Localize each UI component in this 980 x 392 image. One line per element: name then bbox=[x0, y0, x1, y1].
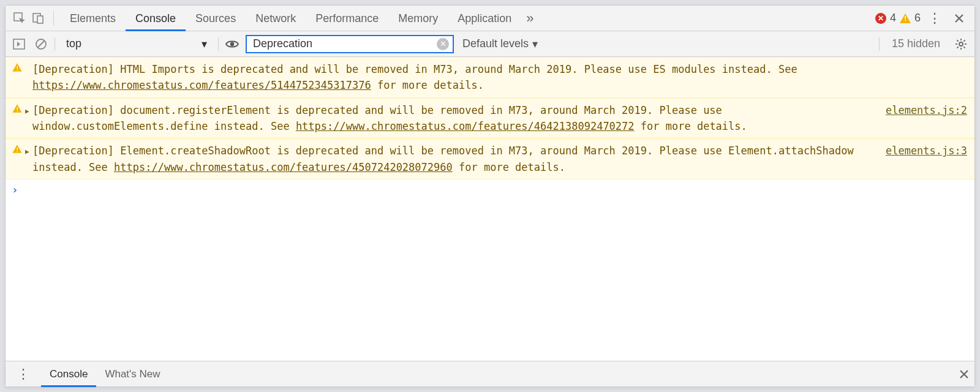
warning-icon bbox=[12, 63, 21, 72]
warning-count: 6 bbox=[914, 12, 921, 24]
tabs-bar: ElementsConsoleSourcesNetworkPerformance… bbox=[6, 6, 974, 31]
message-link[interactable]: https://www.chromestatus.com/features/45… bbox=[114, 161, 453, 173]
console-body: [Deprecation] HTML Imports is deprecated… bbox=[6, 57, 974, 361]
chevron-down-icon: ▾ bbox=[202, 37, 207, 51]
toggle-sidebar-icon[interactable] bbox=[10, 36, 28, 53]
message-link[interactable]: https://www.chromestatus.com/features/51… bbox=[32, 79, 371, 91]
tab-performance[interactable]: Performance bbox=[306, 6, 388, 31]
source-link[interactable]: elements.js:2 bbox=[876, 102, 967, 135]
error-badge-icon: ✕ bbox=[875, 13, 886, 24]
kebab-menu-icon[interactable]: ⋮ bbox=[921, 10, 949, 26]
filter-input[interactable] bbox=[253, 37, 437, 50]
console-message: [Deprecation] document.registerElement i… bbox=[32, 102, 876, 135]
log-levels-label: Default levels bbox=[462, 37, 529, 50]
close-icon[interactable] bbox=[949, 13, 970, 24]
hidden-messages-label[interactable]: 15 hidden bbox=[884, 37, 948, 50]
expand-arrow-icon[interactable]: ▶ bbox=[25, 104, 29, 116]
issue-counters[interactable]: ✕ 4 6 bbox=[875, 12, 921, 24]
warning-icon bbox=[12, 145, 21, 154]
device-toolbar-icon[interactable] bbox=[29, 9, 47, 28]
error-count: 4 bbox=[890, 12, 896, 24]
clear-filter-icon[interactable]: ✕ bbox=[437, 38, 449, 50]
tab-console[interactable]: Console bbox=[126, 6, 186, 31]
console-message: [Deprecation] Element.createShadowRoot i… bbox=[32, 143, 876, 175]
svg-point-6 bbox=[230, 42, 234, 45]
filter-input-wrap: ✕ bbox=[246, 35, 454, 53]
context-label: top bbox=[66, 37, 81, 50]
chevron-down-icon: ▾ bbox=[532, 37, 538, 51]
svg-line-14 bbox=[957, 47, 959, 48]
log-levels-selector[interactable]: Default levels ▾ bbox=[459, 37, 541, 51]
console-entry: [Deprecation] HTML Imports is deprecated… bbox=[6, 57, 974, 98]
tab-memory[interactable]: Memory bbox=[388, 6, 448, 31]
console-entry: ▶[Deprecation] Element.createShadowRoot … bbox=[6, 138, 974, 179]
tabs-overflow-icon[interactable]: » bbox=[521, 10, 538, 26]
drawer-menu-icon[interactable]: ⋮ bbox=[10, 366, 36, 382]
expand-arrow-icon[interactable]: ▶ bbox=[25, 144, 29, 157]
svg-line-13 bbox=[963, 47, 965, 48]
drawer-close-icon[interactable] bbox=[959, 369, 970, 380]
svg-point-7 bbox=[959, 42, 963, 46]
source-link[interactable]: elements.js:3 bbox=[876, 143, 967, 175]
svg-line-15 bbox=[963, 40, 965, 41]
console-toolbar: top ▾ ✕ Default levels ▾ 15 hidden bbox=[6, 31, 974, 57]
warning-icon bbox=[12, 104, 21, 113]
warning-badge-icon bbox=[900, 13, 911, 23]
console-entry: ▶[Deprecation] document.registerElement … bbox=[6, 98, 974, 139]
console-message: [Deprecation] HTML Imports is deprecated… bbox=[32, 61, 967, 94]
inspect-element-icon[interactable] bbox=[10, 9, 29, 28]
clear-console-icon[interactable] bbox=[32, 36, 50, 53]
console-prompt[interactable]: › bbox=[6, 179, 974, 200]
tab-sources[interactable]: Sources bbox=[186, 6, 246, 31]
tab-network[interactable]: Network bbox=[246, 6, 306, 31]
drawer-tab-console[interactable]: Console bbox=[41, 361, 96, 387]
live-expression-icon[interactable] bbox=[224, 36, 241, 53]
prompt-chevron-icon: › bbox=[12, 183, 18, 196]
svg-rect-2 bbox=[37, 16, 43, 23]
svg-line-12 bbox=[957, 40, 959, 41]
tab-elements[interactable]: Elements bbox=[60, 6, 126, 31]
context-selector[interactable]: top ▾ bbox=[60, 37, 213, 51]
message-link[interactable]: https://www.chromestatus.com/features/46… bbox=[296, 120, 635, 132]
gear-icon[interactable] bbox=[952, 36, 970, 53]
drawer-bar: ⋮ ConsoleWhat's New bbox=[6, 361, 974, 386]
tab-application[interactable]: Application bbox=[448, 6, 521, 31]
drawer-tab-what-s-new[interactable]: What's New bbox=[96, 361, 168, 387]
svg-line-5 bbox=[38, 40, 45, 47]
